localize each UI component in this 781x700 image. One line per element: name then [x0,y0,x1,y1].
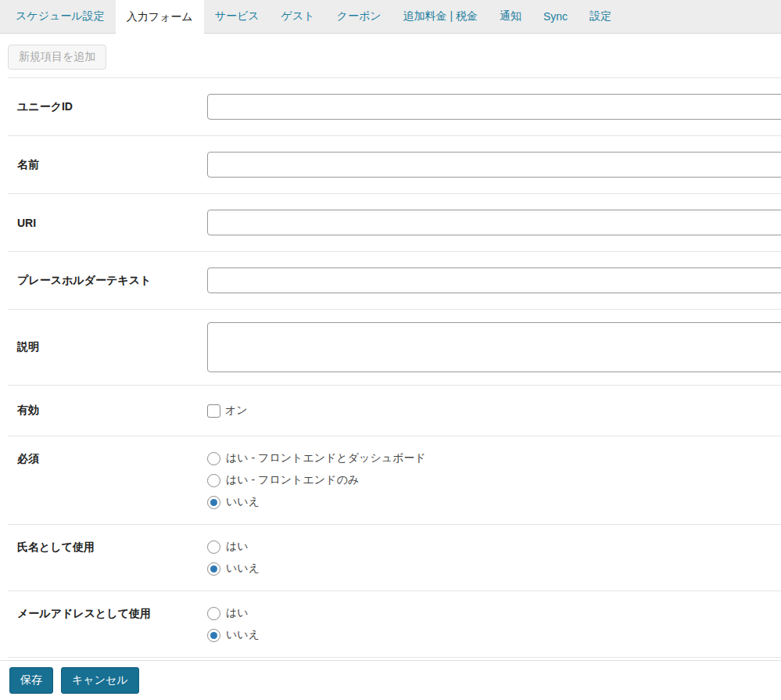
form-row-unique-id: ユニークID [8,78,781,136]
field-label: 氏名として使用 [8,525,207,555]
form-row-uri: URI [8,194,781,252]
radio-option-label: いいえ [226,628,260,642]
tab-guests[interactable]: ゲスト [270,0,326,33]
full-name-radio-yes[interactable] [207,540,220,554]
required-radio-no[interactable] [207,496,220,509]
tab-coupons[interactable]: クーポン [326,0,392,33]
tab-label: 設定 [589,9,611,23]
tab-label: Sync [543,10,568,23]
tab-notifications[interactable]: 通知 [489,0,532,33]
tab-extras-taxes[interactable]: 追加料金 | 税金 [392,0,489,33]
tab-label: 追加料金 | 税金 [403,9,478,23]
field-label: ユニークID [8,100,207,114]
cancel-button[interactable]: キャンセル [61,667,139,694]
form-row-use-as-email: メールアドレスとして使用 はい いいえ [8,591,781,658]
radio-option-label: いいえ [226,562,260,576]
radio-option-label: はい - フロントエンドとダッシュボード [226,451,426,465]
tab-services[interactable]: サービス [204,0,270,33]
email-radio-no[interactable] [207,629,220,642]
form-row-name: 名前 [8,136,781,194]
form-row-use-as-full-name: 氏名として使用 はい いいえ [8,525,781,591]
required-radio-yes-frontend-dashboard[interactable] [207,452,220,465]
tab-sync[interactable]: Sync [532,0,579,33]
tab-label: 通知 [500,9,521,23]
tab-label: スケジュール設定 [16,9,105,23]
tab-input-form[interactable]: 入力フォーム [116,0,204,34]
tab-settings[interactable]: 設定 [579,0,622,33]
name-input[interactable] [207,152,781,178]
tab-label: 入力フォーム [127,10,193,24]
unique-id-input[interactable] [207,94,781,120]
tab-bar: スケジュール設定 入力フォーム サービス ゲスト クーポン 追加料金 | 税金 … [0,0,781,34]
field-label: メールアドレスとして使用 [8,591,207,621]
field-label: プレースホルダーテキスト [8,274,207,288]
save-button[interactable]: 保存 [9,667,53,694]
form-row-description: 説明 [8,310,781,386]
email-radio-yes[interactable] [207,607,220,620]
description-textarea[interactable] [207,322,781,372]
tab-label: ゲスト [281,9,315,23]
add-new-item-button[interactable]: 新規項目を追加 [8,45,106,70]
field-label: 名前 [8,158,207,172]
tab-schedule-settings[interactable]: スケジュール設定 [5,0,116,33]
radio-option-label: はい [226,606,249,620]
tab-label: サービス [215,9,260,23]
field-label: 有効 [8,404,207,418]
radio-option-label: いいえ [226,495,260,509]
radio-option-label: はい - フロントエンドのみ [226,473,359,487]
settings-page: スケジュール設定 入力フォーム サービス ゲスト クーポン 追加料金 | 税金 … [0,0,781,700]
form-row-placeholder: プレースホルダーテキスト [8,252,781,310]
field-label: 必須 [8,436,207,466]
enabled-checkbox[interactable] [207,404,220,418]
radio-option-label: はい [226,540,249,554]
tab-label: クーポン [337,9,382,23]
field-label: 説明 [8,340,207,354]
full-name-radio-no[interactable] [207,562,220,576]
checkbox-option-label: オン [225,404,248,418]
placeholder-text-input[interactable] [207,267,781,293]
uri-input[interactable] [207,210,781,235]
required-radio-yes-frontend-only[interactable] [207,474,220,487]
field-label: URI [8,217,207,229]
toolbar: 新規項目を追加 [0,34,781,77]
form-row-required: 必須 はい - フロントエンドとダッシュボード はい - フロントエンドのみ い… [8,436,781,525]
input-form: ユニークID 名前 URI プレースホルダーテキスト 説明 [8,77,781,700]
form-row-enabled: 有効 オン [8,386,781,436]
form-footer: 保存 キャンセル [0,660,781,700]
